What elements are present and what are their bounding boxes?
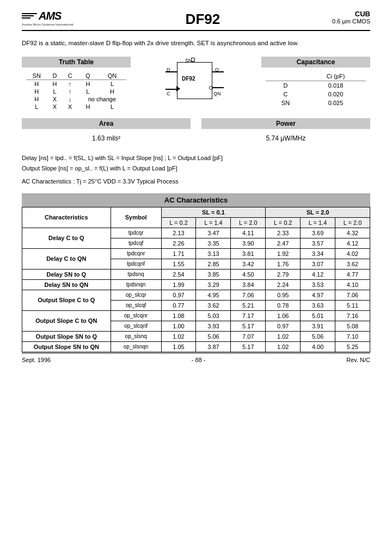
table-row: H H ↑ H L xyxy=(26,80,126,88)
truth-table-content: SN D C Q QN H H ↑ H L H xyxy=(22,70,131,113)
formula-line1: Delay [ns] = tpd.. = f(SL, L) with SL = … xyxy=(22,153,370,163)
data-cell: 5.21 xyxy=(231,300,266,310)
data-cell: 0.97 xyxy=(266,321,301,331)
ac-characteristics-section: AC Characteristics Characteristics Symbo… xyxy=(22,193,370,352)
data-cell: 4.10 xyxy=(335,279,370,290)
data-cell: 2.79 xyxy=(266,269,301,279)
symbol-cell: op_slsnqn xyxy=(111,341,161,352)
sl01-header: SL = 0.1 xyxy=(161,207,266,217)
capacitance-content: Ci (pF) D 0.018 C 0.020 SN 0.025 xyxy=(261,70,370,109)
data-cell: 3.87 xyxy=(196,341,231,352)
data-cell: 3.53 xyxy=(301,279,335,290)
data-cell: 1.02 xyxy=(266,331,301,341)
data-cell: 5.06 xyxy=(196,331,231,341)
area-power-row: Area 1.63 mils² Power 5.74 µW/MHz xyxy=(22,118,370,144)
cap-table-header: Ci (pF) xyxy=(266,72,366,81)
process-label: 0.6 µm CMOS xyxy=(332,18,370,25)
data-cell: 5.08 xyxy=(335,321,370,331)
data-cell: 7.06 xyxy=(231,290,266,300)
data-cell: 1.06 xyxy=(266,310,301,321)
ac-table-header-row1: Characteristics Symbol SL = 0.1 SL = 2.0 xyxy=(22,207,370,217)
truth-table-section: Truth Table SN D C Q QN H H ↑ H xyxy=(22,57,131,113)
data-cell: 1.05 xyxy=(161,341,196,352)
data-cell: 3.35 xyxy=(196,238,231,248)
table-row: Output Slope C to QNop_slcqnr1.085.037.1… xyxy=(22,310,370,321)
pin-sn-label: SN xyxy=(185,58,192,63)
data-cell: 3.91 xyxy=(301,321,335,331)
symbol-cell: tpdsnqn xyxy=(111,279,161,290)
data-cell: 1.00 xyxy=(161,321,196,331)
ac-table: Characteristics Symbol SL = 0.1 SL = 2.0… xyxy=(22,207,370,352)
area-title: Area xyxy=(22,118,191,129)
data-cell: 3.29 xyxy=(196,279,231,290)
cap-header: Ci (pF) xyxy=(305,72,366,81)
data-cell: 3.57 xyxy=(301,238,335,248)
table-row: C 0.020 xyxy=(266,90,366,99)
data-cell: 0.95 xyxy=(266,290,301,300)
header-right: CUB 0.6 µm CMOS xyxy=(332,10,370,25)
footer-date: Sept. 1996 xyxy=(22,357,51,363)
page-footer: Sept. 1996 - 88 - Rev. N/C xyxy=(22,353,370,363)
data-cell: 0.77 xyxy=(161,300,196,310)
th-q: Q xyxy=(78,72,98,80)
page-header: AMS Austria Micro Systeme International … xyxy=(22,10,370,31)
data-cell: 3.07 xyxy=(301,259,335,269)
data-cell: 2.85 xyxy=(196,259,231,269)
data-cell: 4.02 xyxy=(335,248,370,259)
data-cell: 5.03 xyxy=(196,310,231,321)
footer-revision: Rev. N/C xyxy=(346,357,370,363)
data-cell: 2.26 xyxy=(161,238,196,248)
data-cell: 4.77 xyxy=(335,269,370,279)
ams-logo: AMS xyxy=(22,10,61,22)
data-cell: 0.97 xyxy=(161,290,196,300)
char-cell: Delay C to Q xyxy=(22,228,111,248)
char-cell: Delay SN to QN xyxy=(22,279,111,290)
data-cell: 1.99 xyxy=(161,279,196,290)
data-cell: 3.81 xyxy=(231,248,266,259)
l14b-header: L = 1.4 xyxy=(301,217,335,228)
area-content: 1.63 mils² xyxy=(22,131,191,144)
l20b-header: L = 2.0 xyxy=(335,217,370,228)
data-cell: 1.92 xyxy=(266,248,301,259)
truth-table-title: Truth Table xyxy=(22,57,131,68)
data-cell: 1.76 xyxy=(266,259,301,269)
sl20-header: SL = 2.0 xyxy=(266,207,370,217)
symbol-cell: tpdcqnf xyxy=(111,259,161,269)
table-row: Output Slope SN to Qop_slsnq1.025.067.07… xyxy=(22,331,370,341)
th-c: C xyxy=(63,72,78,80)
description-text: DF92 is a static, master-slave D flip-fl… xyxy=(22,39,370,48)
char-cell: Delay SN to Q xyxy=(22,269,111,279)
char-cell: Delay C to QN xyxy=(22,248,111,269)
data-cell: 1.02 xyxy=(161,331,196,341)
symbol-cell: op_slcqf xyxy=(111,300,161,310)
data-cell: 5.17 xyxy=(231,341,266,352)
logo-text: AMS xyxy=(39,10,61,22)
th-sn: SN xyxy=(26,72,47,80)
ac-conditions: AC Characteristics : Tj = 25°C VDD = 3.3… xyxy=(22,178,370,185)
l02b-header: L = 0.2 xyxy=(266,217,301,228)
data-cell: 3.63 xyxy=(301,300,335,310)
pin-qn-label: QN xyxy=(213,91,221,96)
data-cell: 5.01 xyxy=(301,310,335,321)
data-cell: 0.78 xyxy=(266,300,301,310)
info-section: Truth Table SN D C Q QN H H ↑ H xyxy=(22,57,370,113)
symbol-cell: tpdcqf xyxy=(111,238,161,248)
table-row: H X ↓ no change xyxy=(26,95,126,103)
circuit-diagram: DF92 D SN Q C QN xyxy=(152,57,240,106)
logo-subtext: Austria Micro Systeme International xyxy=(22,23,74,26)
col-symbol: Symbol xyxy=(111,207,161,228)
data-cell: 3.84 xyxy=(231,279,266,290)
data-cell: 3.85 xyxy=(196,269,231,279)
data-cell: 3.47 xyxy=(196,228,231,238)
data-cell: 2.24 xyxy=(266,279,301,290)
pin-d-label: D xyxy=(167,67,170,72)
data-cell: 1.02 xyxy=(266,341,301,352)
col-characteristics: Characteristics xyxy=(22,207,111,228)
symbol-cell: op_slsnq xyxy=(111,331,161,341)
symbol-cell: op_slcqnr xyxy=(111,310,161,321)
power-value: 5.74 µW/MHz xyxy=(266,134,306,142)
symbol-cell: op_slcqnf xyxy=(111,321,161,331)
symbol-cell: tpdcqr xyxy=(111,228,161,238)
formula-line2: Output Slope [ns] = op_sl.. = f(L) with … xyxy=(22,163,370,174)
data-cell: 7.16 xyxy=(335,310,370,321)
